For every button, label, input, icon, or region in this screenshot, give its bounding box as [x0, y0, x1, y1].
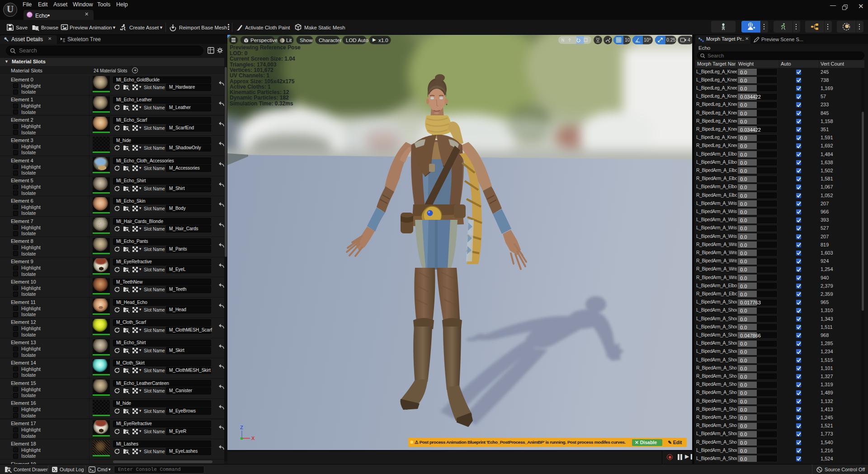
- svg-text:*: *: [753, 26, 755, 31]
- svg-text:X: X: [251, 436, 255, 441]
- svg-text:Z: Z: [240, 425, 243, 430]
